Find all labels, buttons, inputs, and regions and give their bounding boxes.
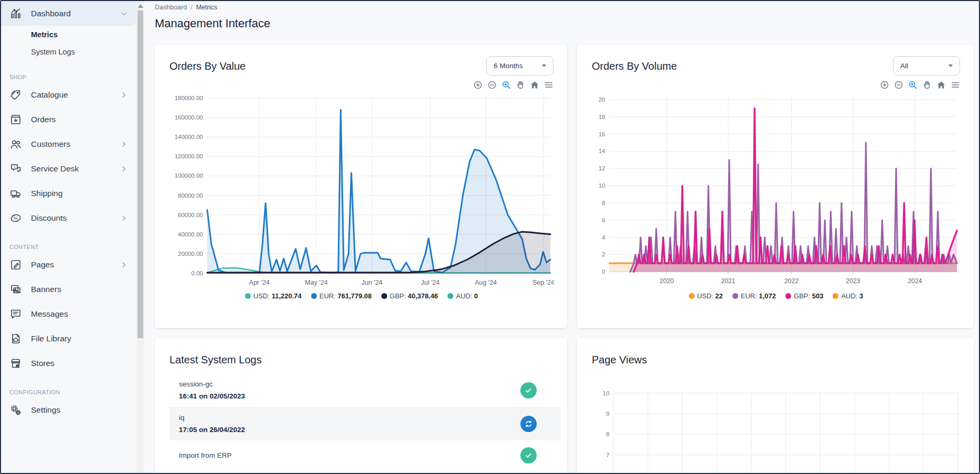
zoom-out-icon[interactable] — [894, 80, 903, 90]
dashboard-cards: Orders By Value 6 Months 0.0020000.00400… — [155, 45, 974, 473]
orders-by-value-card: Orders By Value 6 Months 0.0020000.00400… — [155, 45, 567, 328]
sidebar-item-messages[interactable]: Messages — [1, 301, 136, 326]
home-icon[interactable] — [936, 80, 946, 90]
sidebar-item-discounts[interactable]: %Discounts — [1, 206, 136, 230]
sidebar-item-dashboard[interactable]: Dashboard — [1, 1, 136, 26]
sidebar-section-shop: SHOP — [1, 67, 136, 80]
pan-icon[interactable] — [922, 80, 932, 90]
svg-text:7: 7 — [606, 452, 609, 458]
sidebar-item-settings[interactable]: Settings — [1, 397, 136, 422]
chart-toolbar — [169, 80, 553, 90]
chevron-down-icon — [120, 9, 128, 18]
sidebar-item-file-library[interactable]: File Library — [1, 326, 136, 351]
sidebar-subitem-metrics[interactable]: Metrics — [1, 26, 136, 43]
menu-icon[interactable] — [544, 80, 553, 90]
sidebar-item-label: Customers — [31, 139, 70, 149]
legend-label: AUD: 0 — [456, 292, 478, 300]
log-row[interactable]: session-gc16:41 on 02/05/2023 — [169, 373, 561, 407]
log-row-text: iq17:05 on 26/04/2022 — [179, 414, 245, 434]
selection-zoom-icon[interactable] — [502, 80, 511, 90]
sidebar-item-service-desk[interactable]: ?!Service Desk — [1, 156, 136, 181]
orders-by-volume-chart[interactable]: 0246810121416182020202021202220232024 — [592, 91, 960, 292]
sidebar-item-label: Pages — [31, 260, 54, 270]
svg-text:180000.00: 180000.00 — [175, 95, 203, 101]
breadcrumb-separator: / — [190, 4, 192, 11]
selection-zoom-icon[interactable] — [908, 80, 918, 90]
legend-item-gbp[interactable]: GBP: 503 — [785, 292, 823, 300]
orders-by-volume-range-select[interactable]: All — [893, 56, 960, 76]
orders-by-value-range-select[interactable]: 6 Months — [486, 56, 553, 76]
svg-text:6: 6 — [606, 472, 609, 473]
sidebar-scrollbar[interactable] — [136, 1, 144, 473]
chevron-right-icon — [120, 261, 128, 269]
sidebar-item-label: Dashboard — [31, 9, 71, 18]
log-name: Import from ERP — [179, 451, 232, 459]
chevron-right-icon — [120, 165, 128, 173]
menu-icon[interactable] — [951, 80, 960, 90]
scroll-up-arrow-icon[interactable] — [138, 4, 143, 8]
legend-label: AUD: 3 — [841, 292, 863, 300]
sidebar-item-orders[interactable]: Orders — [1, 107, 136, 132]
svg-text:?: ? — [13, 164, 15, 169]
sidebar-item-label: Stores — [31, 359, 55, 368]
svg-text:2021: 2021 — [721, 277, 735, 285]
pan-icon[interactable] — [516, 80, 525, 90]
legend-item-usd[interactable]: USD: 11,220.74 — [245, 292, 302, 300]
zoom-out-icon[interactable] — [487, 80, 497, 90]
log-name: session-gc — [179, 380, 245, 388]
zoom-in-icon[interactable] — [880, 80, 889, 90]
legend-item-aud[interactable]: AUD: 0 — [448, 292, 478, 300]
log-timestamp: 16:41 on 02/05/2023 — [179, 392, 245, 400]
legend-item-eur[interactable]: EUR: 1,072 — [732, 292, 776, 300]
page-views-title: Page Views — [592, 350, 960, 366]
main-content: Dashboard / Metrics Management Interface… — [144, 1, 979, 473]
chevron-right-icon — [120, 91, 128, 99]
legend-dot — [448, 293, 453, 299]
breadcrumb-dashboard[interactable]: Dashboard — [155, 4, 187, 11]
sidebar-item-label: Discounts — [31, 213, 67, 223]
svg-text:4: 4 — [602, 234, 605, 241]
svg-text:6: 6 — [602, 217, 605, 223]
legend-dot — [245, 293, 251, 299]
log-row-text: Import from ERP — [179, 451, 232, 459]
sidebar-item-customers[interactable]: Customers — [1, 132, 136, 156]
legend-label: EUR: 761,779.08 — [319, 292, 372, 300]
sidebar-item-stores[interactable]: Stores — [1, 351, 136, 375]
zoom-in-icon[interactable] — [473, 80, 483, 90]
log-status-badge-success — [520, 382, 537, 398]
log-timestamp: 17:05 on 26/04/2022 — [179, 426, 245, 434]
sidebar-item-shipping[interactable]: Shipping — [1, 181, 136, 206]
svg-text:Jun '24: Jun '24 — [361, 279, 382, 286]
orders-by-value-chart[interactable]: 0.0020000.0040000.0060000.0080000.001000… — [169, 91, 553, 292]
svg-text:8: 8 — [602, 200, 605, 206]
page-views-card: Page Views 012345678910 — [577, 338, 974, 473]
svg-text:%: % — [14, 216, 18, 221]
percent-icon: % — [9, 212, 22, 224]
log-row[interactable]: Import from ERP — [169, 440, 561, 470]
svg-text:2: 2 — [602, 251, 605, 257]
sidebar-scrollbar-thumb[interactable] — [137, 10, 143, 338]
breadcrumb-metrics[interactable]: Metrics — [196, 4, 217, 11]
legend-item-usd[interactable]: USD: 22 — [689, 292, 723, 300]
svg-text:20000.00: 20000.00 — [178, 251, 203, 257]
sidebar-item-banners[interactable]: Banners — [1, 277, 136, 301]
svg-text:18: 18 — [599, 114, 605, 120]
sidebar-item-pages[interactable]: Pages — [1, 252, 136, 277]
message-icon — [9, 308, 22, 320]
svg-text:2023: 2023 — [846, 277, 860, 285]
sidebar-subitem-system-logs[interactable]: System Logs — [1, 43, 136, 60]
range-select-value: 6 Months — [494, 62, 523, 70]
sidebar: DashboardMetricsSystem LogsSHOPCatalogue… — [1, 1, 136, 473]
sidebar-item-catalogue[interactable]: Catalogue — [1, 82, 136, 107]
chevron-down-icon — [542, 64, 546, 67]
svg-text:20: 20 — [599, 96, 605, 103]
home-icon[interactable] — [530, 80, 539, 90]
legend-item-eur[interactable]: EUR: 761,779.08 — [311, 292, 372, 300]
page-views-chart[interactable]: 012345678910 — [592, 378, 960, 473]
legend-item-gbp[interactable]: GBP: 40,378.46 — [381, 292, 439, 300]
chevron-right-icon — [120, 140, 128, 148]
svg-text:140000.00: 140000.00 — [175, 134, 203, 140]
page-edit-icon — [9, 258, 22, 271]
legend-item-aud[interactable]: AUD: 3 — [833, 292, 863, 300]
log-row[interactable]: iq17:05 on 26/04/2022 — [169, 407, 561, 440]
